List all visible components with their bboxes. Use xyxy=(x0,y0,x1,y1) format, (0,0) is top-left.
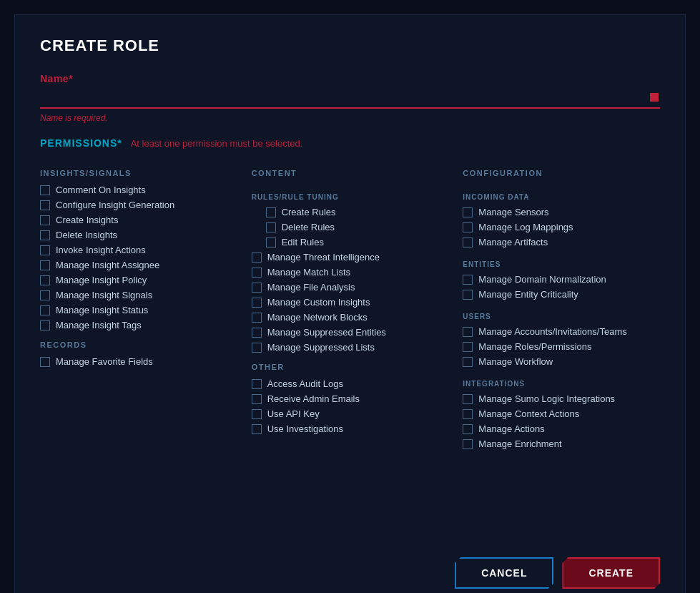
list-item: Edit Rules xyxy=(252,237,449,248)
checkbox-manage-accounts-invitations-teams[interactable] xyxy=(463,327,473,337)
label-manage-log-mappings: Manage Log Mappings xyxy=(478,222,573,232)
checkbox-configure-insight-generation[interactable] xyxy=(40,200,50,210)
label-manage-threat-intelligence: Manage Threat Intelligence xyxy=(267,252,380,263)
checkbox-manage-context-actions[interactable] xyxy=(463,409,473,419)
permissions-grid: INSIGHTS/SIGNALS Comment On Insights Con… xyxy=(40,163,660,532)
list-item: Manage Match Lists xyxy=(252,267,449,278)
list-item: Manage Threat Intelligence xyxy=(252,252,449,263)
list-item: Receive Admin Emails xyxy=(252,393,449,404)
configuration-section-title: CONFIGURATION xyxy=(463,169,660,177)
label-manage-accounts-invitations-teams: Manage Accounts/Invitations/Teams xyxy=(478,326,626,337)
list-item: Manage Suppressed Lists xyxy=(252,342,449,353)
list-item: Invoke Insight Actions xyxy=(40,245,237,255)
label-manage-insight-signals: Manage Insight Signals xyxy=(56,290,152,300)
checkbox-use-investigations[interactable] xyxy=(252,424,262,434)
name-required-indicator xyxy=(650,93,659,102)
label-manage-insight-tags: Manage Insight Tags xyxy=(56,320,142,330)
checkbox-manage-sumo-logic-integrations[interactable] xyxy=(463,394,473,404)
checkbox-comment-on-insights[interactable] xyxy=(40,185,50,195)
label-edit-rules: Edit Rules xyxy=(282,237,324,248)
checkbox-manage-sensors[interactable] xyxy=(463,207,473,217)
checkbox-manage-threat-intelligence[interactable] xyxy=(252,253,262,263)
checkbox-edit-rules[interactable] xyxy=(266,237,276,248)
label-manage-entity-criticality: Manage Entity Criticality xyxy=(478,289,578,300)
name-label: Name* xyxy=(40,73,660,84)
label-manage-sensors: Manage Sensors xyxy=(478,207,548,217)
permissions-warning: At least one permission must be selected… xyxy=(131,138,303,149)
permissions-header: PERMISSIONS* At least one permission mus… xyxy=(40,137,660,149)
label-delete-rules: Delete Rules xyxy=(282,222,335,232)
checkbox-manage-enrichment[interactable] xyxy=(463,439,473,449)
checkbox-use-api-key[interactable] xyxy=(252,409,262,419)
permissions-label: PERMISSIONS* xyxy=(40,137,122,149)
list-item: Comment On Insights xyxy=(40,185,237,195)
column-insights: INSIGHTS/SIGNALS Comment On Insights Con… xyxy=(40,163,237,532)
list-item: Manage Actions xyxy=(463,423,660,434)
checkbox-manage-insight-status[interactable] xyxy=(40,305,50,315)
label-configure-insight-generation: Configure Insight Generation xyxy=(56,200,174,210)
label-manage-sumo-logic-integrations: Manage Sumo Logic Integrations xyxy=(478,393,615,404)
checkbox-manage-insight-signals[interactable] xyxy=(40,290,50,300)
checkbox-manage-insight-tags[interactable] xyxy=(40,320,50,330)
checkbox-manage-artifacts[interactable] xyxy=(463,237,473,248)
checkbox-manage-domain-normalization[interactable] xyxy=(463,275,473,285)
list-item: Create Insights xyxy=(40,215,237,225)
list-item: Configure Insight Generation xyxy=(40,200,237,210)
list-item: Use API Key xyxy=(252,408,449,419)
checkbox-manage-roles-permissions[interactable] xyxy=(463,342,473,352)
label-manage-context-actions: Manage Context Actions xyxy=(478,408,579,419)
label-manage-insight-policy: Manage Insight Policy xyxy=(56,275,147,285)
label-manage-match-lists: Manage Match Lists xyxy=(267,267,350,278)
label-access-audit-logs: Access Audit Logs xyxy=(267,378,343,389)
column-configuration: CONFIGURATION INCOMING DATA Manage Senso… xyxy=(463,163,660,532)
checkbox-create-rules[interactable] xyxy=(266,207,276,217)
label-invoke-insight-actions: Invoke Insight Actions xyxy=(56,245,146,255)
checkbox-manage-match-lists[interactable] xyxy=(252,268,262,278)
list-item: Delete Insights xyxy=(40,230,237,240)
checkbox-receive-admin-emails[interactable] xyxy=(252,394,262,404)
checkbox-manage-network-blocks[interactable] xyxy=(252,313,262,323)
create-role-modal: CREATE ROLE Name* Name is required. PERM… xyxy=(14,14,686,593)
checkbox-manage-suppressed-lists[interactable] xyxy=(252,343,262,353)
checkbox-manage-custom-insights[interactable] xyxy=(252,298,262,308)
create-button[interactable]: CREATE xyxy=(562,557,660,589)
footer: CANCEL CREATE xyxy=(40,550,660,589)
list-item: Delete Rules xyxy=(252,222,449,232)
label-create-insights: Create Insights xyxy=(56,215,118,225)
checkbox-manage-favorite-fields[interactable] xyxy=(40,357,50,367)
checkbox-delete-rules[interactable] xyxy=(266,222,276,232)
checkbox-invoke-insight-actions[interactable] xyxy=(40,245,50,255)
checkbox-manage-actions[interactable] xyxy=(463,424,473,434)
checkbox-delete-insights[interactable] xyxy=(40,230,50,240)
checkbox-create-insights[interactable] xyxy=(40,215,50,225)
list-item: Manage Insight Assignee xyxy=(40,260,237,270)
list-item: Access Audit Logs xyxy=(252,378,449,389)
checkbox-manage-workflow[interactable] xyxy=(463,357,473,367)
name-input[interactable] xyxy=(40,90,660,109)
label-delete-insights: Delete Insights xyxy=(56,230,117,240)
label-manage-artifacts: Manage Artifacts xyxy=(478,237,548,248)
list-item: Manage Network Blocks xyxy=(252,312,449,323)
list-item: Manage Insight Tags xyxy=(40,320,237,330)
checkbox-access-audit-logs[interactable] xyxy=(252,379,262,389)
checkbox-manage-file-analysis[interactable] xyxy=(252,283,262,293)
cancel-button[interactable]: CANCEL xyxy=(455,557,553,589)
checkbox-manage-log-mappings[interactable] xyxy=(463,222,473,232)
checkbox-manage-insight-policy[interactable] xyxy=(40,275,50,285)
name-error: Name is required. xyxy=(40,113,660,123)
label-manage-network-blocks: Manage Network Blocks xyxy=(267,312,368,323)
checkbox-manage-suppressed-entities[interactable] xyxy=(252,328,262,338)
integrations-title: INTEGRATIONS xyxy=(463,380,660,388)
list-item: Manage Entity Criticality xyxy=(463,289,660,300)
label-manage-favorite-fields: Manage Favorite Fields xyxy=(56,356,153,367)
label-manage-custom-insights: Manage Custom Insights xyxy=(267,297,370,308)
label-comment-on-insights: Comment On Insights xyxy=(56,185,146,195)
label-manage-suppressed-lists: Manage Suppressed Lists xyxy=(267,342,375,353)
rules-subsection-title: RULES/RULE TUNING xyxy=(252,193,449,201)
checkbox-manage-entity-criticality[interactable] xyxy=(463,290,473,300)
checkbox-manage-insight-assignee[interactable] xyxy=(40,260,50,270)
incoming-data-title: INCOMING DATA xyxy=(463,193,660,201)
label-manage-workflow: Manage Workflow xyxy=(478,356,553,367)
name-input-wrapper xyxy=(40,90,660,109)
list-item: Manage File Analysis xyxy=(252,282,449,293)
